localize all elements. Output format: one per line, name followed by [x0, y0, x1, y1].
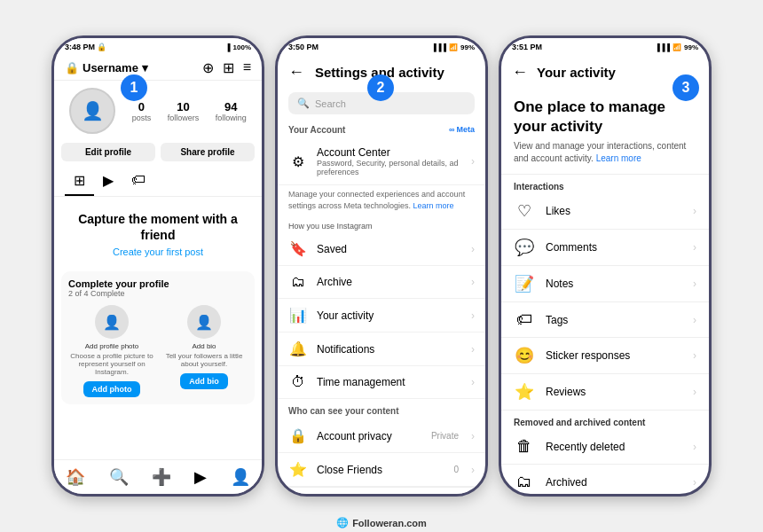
close-friends-value: 0: [453, 465, 459, 474]
posts-label: posts: [132, 113, 152, 122]
chevron-time: ›: [471, 376, 475, 388]
chevron-tags: ›: [693, 314, 696, 326]
reels-icon-2[interactable]: ▶: [418, 495, 430, 497]
bio-placeholder: 👤: [187, 305, 221, 339]
phone-2: 3:50 PM ▐▐▐ 📶 99% ← Settings and activit…: [275, 35, 488, 497]
search-icon-3[interactable]: 🔍: [333, 495, 352, 497]
following-label: following: [216, 113, 247, 122]
phone-3: 3:51 PM ▐▐▐ 📶 99% ← Your activity One pl…: [499, 35, 712, 497]
time-management-item[interactable]: ⏱ Time management ›: [278, 366, 485, 399]
battery-2: 99%: [460, 43, 475, 51]
threads-icon[interactable]: ⊕: [202, 59, 214, 76]
your-account-section: Your Account ∞ Meta: [278, 118, 485, 138]
battery-3: 99%: [684, 43, 698, 51]
add-icon-2[interactable]: ➕: [375, 495, 395, 497]
create-post-link[interactable]: Create your first post: [72, 246, 244, 257]
profile-actions: Edit profile Share profile: [54, 137, 262, 167]
tags-item[interactable]: 🏷 Tags ›: [501, 302, 709, 338]
add-icon[interactable]: ⊞: [223, 59, 234, 76]
posts-stat: 0 posts: [132, 100, 152, 122]
back-button[interactable]: ←: [288, 63, 304, 82]
privacy-icon: 🔒: [288, 427, 308, 444]
profile-icon[interactable]: 👤: [231, 467, 250, 487]
interactions-section: Interactions: [501, 175, 709, 193]
share-profile-button[interactable]: Share profile: [161, 143, 255, 161]
sticker-label: Sticker responses: [546, 349, 682, 362]
home-icon[interactable]: 🏠: [66, 467, 85, 487]
add-bio-title: Add bio: [161, 342, 248, 350]
edit-profile-button[interactable]: Edit profile: [61, 143, 155, 161]
wifi-3: 📶: [673, 43, 681, 51]
likes-icon: ♡: [514, 201, 535, 221]
watermark-text: Followeran.com: [352, 518, 427, 528]
learn-more-link[interactable]: Learn more: [413, 201, 454, 210]
home-icon-2[interactable]: 🏠: [289, 495, 309, 497]
add-post-icon[interactable]: ➕: [152, 467, 171, 487]
menu-icon[interactable]: ≡: [243, 59, 251, 76]
bottom-nav-1: 🏠 🔍 ➕ ▶ 👤: [54, 459, 262, 494]
reviews-item[interactable]: ⭐ Reviews ›: [501, 374, 709, 411]
notifications-icon: 🔔: [288, 340, 308, 357]
archived-item[interactable]: 🗂 Archived ›: [501, 465, 709, 497]
reels-tab[interactable]: ▶: [94, 167, 122, 196]
saved-item[interactable]: 🔖 Saved ›: [278, 232, 485, 266]
tagged-tab[interactable]: 🏷: [122, 167, 154, 196]
tags-label: Tags: [546, 314, 682, 326]
reels-icon[interactable]: ▶: [194, 467, 207, 487]
grid-tab[interactable]: ⊞: [65, 167, 94, 196]
recently-deleted-label: Recently deleted: [546, 441, 682, 453]
notes-icon: 📝: [514, 274, 535, 293]
add-photo-item: 👤 Add profile photo Choose a profile pic…: [68, 305, 155, 397]
complete-profile-card: Complete your profile 2 of 4 Complete 👤 …: [61, 271, 255, 404]
signal-3: ▐▐▐: [655, 43, 670, 51]
who-can-see-section: Who can see your content: [278, 399, 485, 419]
notes-item[interactable]: 📝 Notes ›: [501, 266, 709, 302]
phone-1: 3:48 PM 🔒 ▐ 100% 🔒 Username ▾: [51, 35, 264, 497]
followers-stat: 10 followers: [168, 100, 200, 122]
back-button-3[interactable]: ←: [512, 63, 528, 82]
account-privacy-label: Account privacy: [317, 430, 422, 442]
comments-icon: 💬: [514, 238, 535, 257]
notifications-item[interactable]: 🔔 Notifications ›: [278, 332, 485, 366]
your-activity-item[interactable]: 📊 Your activity ›: [278, 299, 485, 332]
add-photo-button[interactable]: Add photo: [83, 381, 141, 397]
step-1-circle: 1: [121, 74, 147, 101]
chevron-friends: ›: [471, 464, 475, 476]
recently-deleted-item[interactable]: 🗑 Recently deleted ›: [501, 429, 709, 465]
signal-2: ▐▐▐: [431, 43, 446, 51]
chevron-activity: ›: [471, 309, 475, 322]
profile-tabs: ⊞ ▶ 🏷: [54, 167, 262, 197]
account-privacy-item[interactable]: 🔒 Account privacy Private ›: [278, 419, 485, 453]
activity-title: Your activity: [537, 65, 616, 80]
step-2-label: 2: [377, 80, 385, 96]
add-bio-button[interactable]: Add bio: [180, 373, 228, 389]
likes-item[interactable]: ♡ Likes ›: [501, 193, 709, 230]
search-icon[interactable]: 🔍: [109, 467, 129, 487]
activity-hero: One place to manage your activity View a…: [501, 89, 709, 175]
notes-label: Notes: [546, 278, 682, 290]
learn-more-3[interactable]: Learn more: [596, 153, 641, 163]
profile-icon-2[interactable]: 👤: [454, 495, 474, 497]
chevron-privacy: ›: [471, 430, 475, 442]
time-icon: ⏱: [288, 374, 308, 390]
comments-item[interactable]: 💬 Comments ›: [501, 230, 709, 266]
reviews-icon: ⭐: [514, 382, 535, 402]
privacy-value: Private: [431, 431, 459, 441]
sticker-item[interactable]: 😊 Sticker responses ›: [501, 338, 709, 374]
wifi-2: 📶: [449, 43, 458, 51]
account-center-item[interactable]: ⚙ Account Center Password, Security, per…: [278, 138, 485, 185]
complete-title: Complete your profile: [68, 278, 248, 289]
lock-small-icon: 🔒: [65, 61, 79, 74]
search-placeholder: Search: [315, 98, 346, 109]
dropdown-icon: ▾: [142, 61, 148, 74]
close-friends-item[interactable]: ⭐ Close Friends 0 ›: [278, 453, 485, 487]
battery-1: 100%: [233, 43, 251, 51]
archived-icon: 🗂: [514, 473, 535, 491]
archive-item[interactable]: 🗂 Archive ›: [278, 266, 485, 299]
step-2-circle: 2: [367, 74, 394, 101]
add-bio-item: 👤 Add bio Tell your followers a little a…: [161, 305, 248, 397]
meta-icon: ∞: [449, 125, 454, 134]
add-photo-desc: Choose a profile picture to represent yo…: [68, 352, 155, 376]
profile-nav: 🔒 Username ▾ ⊕ ⊞ ≡: [54, 56, 262, 81]
profile-username: 🔒 Username ▾: [65, 61, 148, 74]
